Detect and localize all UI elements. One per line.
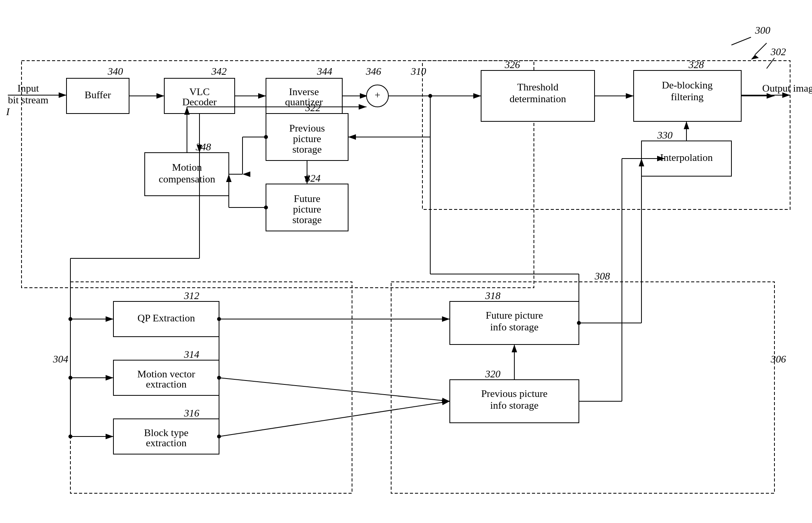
input-label2: bit stream	[8, 94, 48, 106]
svg-line-41	[219, 378, 450, 401]
ref-326: 326	[505, 59, 520, 70]
ref-304: 304	[53, 353, 68, 365]
ref-320: 320	[485, 368, 501, 380]
block-type-label2: extraction	[146, 437, 187, 449]
future-pic-label2: picture	[293, 204, 321, 215]
ref-314: 314	[184, 349, 199, 360]
threshold-det-label2: determination	[510, 93, 566, 105]
input-label: Input	[18, 83, 40, 94]
adder-plus: +	[375, 89, 381, 101]
ref-348: 348	[196, 141, 211, 153]
qp-extract-label: QP Extraction	[137, 312, 195, 324]
future-pic-label3: storage	[292, 214, 322, 225]
ref-346: 346	[366, 66, 381, 77]
svg-line-0	[731, 37, 751, 45]
ref-330: 330	[657, 130, 673, 141]
prev-pic-label3: storage	[292, 144, 322, 155]
threshold-det-label: Threshold	[517, 81, 558, 93]
svg-marker-58	[751, 55, 759, 60]
ref-342: 342	[211, 66, 227, 77]
motion-comp-label2: compensation	[159, 173, 215, 185]
interpolation-label: Interpolation	[660, 152, 713, 163]
ref-322: 322	[305, 102, 321, 114]
ref-340: 340	[108, 66, 123, 77]
prev-pic-label2: picture	[293, 133, 321, 144]
ref-316: 316	[184, 408, 199, 419]
ref-318: 318	[485, 290, 501, 301]
vlc-decoder-label: VLC	[189, 86, 210, 97]
block-type-label: Block type	[144, 427, 188, 438]
vlc-decoder-label2: Decoder	[182, 96, 217, 108]
prev-info-label: Previous picture	[481, 388, 548, 399]
deblocking-label: De-blocking	[662, 79, 713, 91]
prev-pic-label: Previous	[289, 123, 325, 134]
ref-344: 344	[317, 66, 332, 77]
future-info-label: Future picture	[486, 310, 543, 321]
ref-300: 300	[755, 25, 771, 36]
svg-point-51	[577, 321, 581, 325]
output-label: Output image	[762, 83, 812, 94]
info-storage-box	[391, 282, 774, 493]
diagram-container: 300 302 Input bit stream I Output image …	[0, 0, 812, 523]
inv-quantizer-label: Inverse	[289, 86, 319, 97]
ref-312: 312	[184, 290, 199, 301]
svg-line-45	[219, 401, 450, 436]
ref-306: 306	[771, 353, 786, 365]
ref-328: 328	[688, 59, 704, 70]
future-pic-label: Future	[294, 193, 320, 204]
motion-vec-label2: extraction	[146, 379, 187, 390]
deblocking-label2: filtering	[671, 91, 704, 103]
ref-302: 302	[771, 46, 786, 58]
future-info-label2: info storage	[490, 321, 538, 333]
prev-info-label2: info storage	[490, 400, 538, 411]
ref-308: 308	[595, 271, 610, 282]
svg-line-1	[767, 58, 774, 69]
motion-comp-label: Motion	[172, 162, 202, 173]
ref-I: I	[6, 106, 10, 117]
ref-310: 310	[411, 66, 426, 77]
motion-vec-label: Motion vector	[137, 368, 195, 380]
svg-line-57	[755, 43, 767, 55]
buffer-label: Buffer	[84, 89, 111, 101]
